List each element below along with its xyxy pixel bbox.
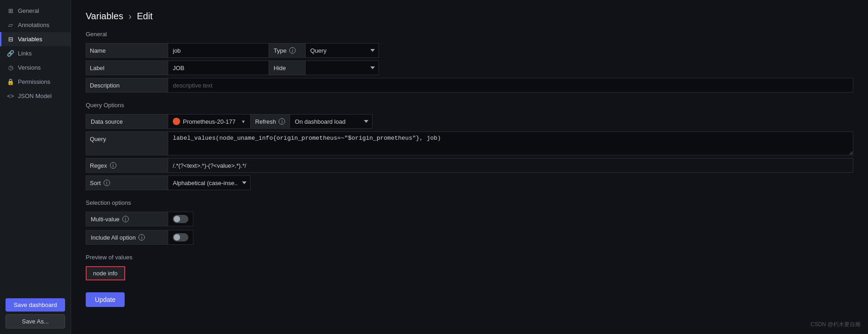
regex-row: Regex i (86, 158, 853, 173)
general-icon: ⊞ (7, 7, 14, 14)
general-section: General Name Type i Query Label Hide Des… (86, 31, 853, 93)
breadcrumb-edit: Edit (137, 11, 153, 21)
save-dashboard-button[interactable]: Save dashboard (5, 298, 65, 312)
name-type-row: Name Type i Query (86, 43, 853, 58)
preview-section: Preview of values node info (86, 254, 853, 283)
datasource-value: Prometheus-20-177 (183, 118, 236, 125)
versions-icon: ◷ (7, 64, 14, 71)
hide-label: Hide (269, 60, 306, 75)
variables-icon: ⊟ (7, 36, 14, 43)
main-content: Variables › Edit General Name Type i Que… (71, 0, 868, 334)
description-row: Description (86, 78, 853, 93)
query-textarea[interactable]: label_values(node_uname_info{origin_prom… (168, 131, 853, 155)
sidebar-item-label: Versions (18, 64, 41, 71)
annotations-icon: ▱ (7, 22, 14, 28)
include-all-label: Include All option i (86, 230, 168, 245)
general-section-title: General (86, 31, 853, 38)
query-label: Query (86, 131, 168, 155)
hide-select[interactable] (306, 60, 379, 75)
sidebar-item-permissions[interactable]: 🔒 Permissions (0, 75, 71, 89)
sidebar-item-versions[interactable]: ◷ Versions (0, 60, 71, 75)
regex-input[interactable] (168, 158, 853, 173)
sidebar: ⊞ General ▱ Annotations ⊟ Variables 🔗 Li… (0, 0, 71, 334)
sidebar-item-label: Permissions (18, 78, 50, 85)
links-icon: 🔗 (7, 50, 14, 57)
json-model-icon: <> (7, 93, 14, 99)
prometheus-icon (173, 118, 180, 125)
name-label: Name (86, 43, 168, 58)
query-row: Query label_values(node_uname_info{origi… (86, 131, 853, 155)
save-as-button[interactable]: Save As... (5, 314, 65, 329)
regex-label: Regex i (86, 158, 168, 173)
include-all-toggle[interactable] (173, 233, 188, 241)
type-info-icon[interactable]: i (289, 47, 296, 54)
multi-value-row: Multi-value i (86, 212, 853, 226)
sidebar-item-json-model[interactable]: <> JSON Model (0, 89, 71, 103)
multi-value-label: Multi-value i (86, 212, 168, 226)
include-all-toggle-container (168, 230, 193, 245)
regex-info-icon[interactable]: i (110, 162, 116, 169)
svg-point-0 (175, 120, 178, 123)
query-options-title: Query Options (86, 102, 853, 109)
datasource-chevron-icon: ▼ (241, 119, 246, 124)
label-label: Label (86, 60, 168, 75)
datasource-refresh-row: Data source Prometheus-20-177 ▼ Refresh … (86, 114, 853, 129)
page-title: Variables › Edit (86, 11, 853, 22)
multi-value-toggle-container (168, 212, 193, 226)
sidebar-item-annotations[interactable]: ▱ Annotations (0, 18, 71, 32)
sidebar-item-label: JSON Model (18, 93, 52, 99)
permissions-icon: 🔒 (7, 78, 14, 85)
description-input[interactable] (168, 78, 853, 93)
breadcrumb-variables: Variables (86, 11, 123, 21)
sidebar-item-label: Links (18, 50, 32, 57)
multi-value-info-icon[interactable]: i (122, 216, 129, 222)
refresh-label: Refresh i (251, 114, 291, 129)
include-all-row: Include All option i (86, 230, 853, 245)
type-label: Type i (269, 43, 306, 58)
multi-value-toggle[interactable] (173, 215, 188, 223)
sidebar-item-label: Variables (18, 36, 42, 43)
name-input[interactable] (168, 43, 269, 58)
sort-label: Sort i (86, 175, 168, 190)
sidebar-item-links[interactable]: 🔗 Links (0, 46, 71, 60)
include-all-info-icon[interactable]: i (138, 234, 145, 241)
sidebar-item-label: General (18, 7, 39, 14)
sort-row: Sort i Alphabetical (case-inse... Disabl… (86, 175, 853, 190)
refresh-info-icon[interactable]: i (279, 118, 285, 125)
query-options-section: Query Options Data source Prometheus-20-… (86, 102, 853, 190)
description-label: Description (86, 78, 168, 93)
update-button[interactable]: Update (86, 292, 125, 307)
preview-title: Preview of values (86, 254, 853, 261)
label-input[interactable] (168, 60, 269, 75)
label-hide-row: Label Hide (86, 60, 853, 75)
sidebar-item-label: Annotations (18, 22, 49, 28)
sidebar-item-variables[interactable]: ⊟ Variables (0, 32, 71, 46)
preview-item[interactable]: node info (86, 266, 125, 280)
datasource-selector[interactable]: Prometheus-20-177 ▼ (168, 114, 251, 129)
breadcrumb-separator: › (128, 11, 132, 21)
sidebar-item-general[interactable]: ⊞ General (0, 4, 71, 18)
sidebar-buttons: Save dashboard Save As... (0, 293, 71, 334)
watermark: CSDN @朽木要自雕 (810, 321, 861, 329)
type-select[interactable]: Query (306, 43, 379, 58)
datasource-label: Data source (86, 114, 168, 129)
on-dashboard-select[interactable]: On dashboard load On time range change (290, 114, 373, 129)
selection-options-title: Selection options (86, 199, 853, 206)
sort-info-icon[interactable]: i (104, 180, 110, 186)
sort-select[interactable]: Alphabetical (case-inse... Disabled Alph… (168, 175, 251, 190)
selection-options-section: Selection options Multi-value i Include … (86, 199, 853, 245)
